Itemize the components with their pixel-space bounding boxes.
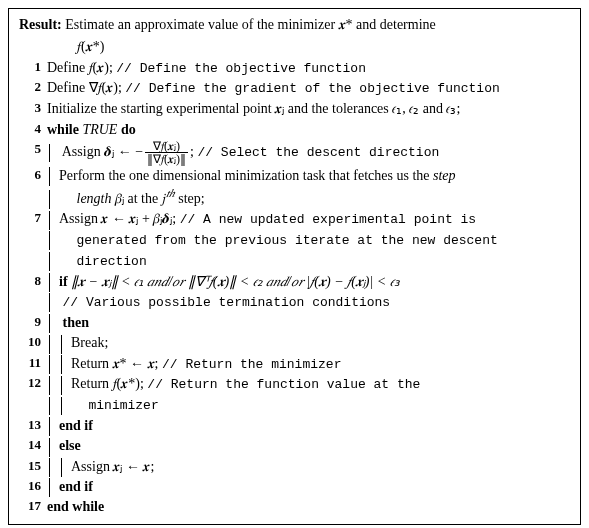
- line-body-c: step;: [175, 191, 205, 206]
- step-italic-1: step: [433, 168, 456, 183]
- line-body: Return 𝒙* ← 𝒙;: [71, 356, 159, 371]
- result-text-1: Estimate an approximate value of the min…: [65, 17, 435, 32]
- indent-bar: [49, 144, 50, 163]
- algo-line-2: 2 Define ∇𝑓(𝒙); // Define the gradient o…: [19, 78, 570, 99]
- line-number: 11: [19, 354, 47, 373]
- line-body: Define ∇𝑓(𝒙);: [47, 80, 122, 95]
- algo-line-13: 13 end if: [19, 416, 570, 436]
- line-body-a: Perform the one dimensional minimization…: [59, 168, 433, 183]
- line-number: 16: [19, 477, 47, 496]
- result-label: Result:: [19, 17, 62, 32]
- indent-bar: [49, 335, 50, 354]
- line-comment: // Various possible termination conditio…: [63, 295, 391, 310]
- indent-bar: [49, 376, 50, 395]
- indent-bar: [49, 438, 50, 457]
- line-number: 2: [19, 78, 47, 97]
- algo-line-1: 1 Define 𝑓(𝒙); // Define the objective f…: [19, 58, 570, 79]
- line-comment: // Define the objective function: [116, 61, 366, 76]
- line-body: Initialize the starting experimental poi…: [47, 99, 570, 119]
- line-number: 12: [19, 374, 47, 393]
- line-comment-a: // Return the function value at the: [147, 377, 420, 392]
- keyword-while: while: [47, 122, 79, 137]
- line-comment: // Define the gradient of the objective …: [125, 81, 499, 96]
- line-number: 13: [19, 416, 47, 435]
- indent-bar: [49, 211, 50, 230]
- line-number: 7: [19, 209, 47, 228]
- line-number: 6: [19, 166, 47, 185]
- algo-line-4: 4 while TRUE do: [19, 120, 570, 140]
- fraction: ∇𝑓(𝒙ⱼ)‖∇𝑓(𝒙ⱼ)‖: [145, 140, 188, 166]
- algo-line-6: 6 Perform the one dimensional minimizati…: [19, 166, 570, 209]
- line-body: Return 𝑓(𝒙*);: [71, 376, 144, 391]
- keyword-endif: end if: [59, 479, 93, 494]
- line-number: 14: [19, 436, 47, 455]
- line-number: 15: [19, 457, 47, 476]
- line-number: 9: [19, 313, 47, 332]
- indent-bar: [49, 417, 50, 436]
- if-condition: ‖𝒙 − 𝒙ⱼ‖ < 𝜖₁ 𝑎𝑛𝑑/𝑜𝑟 ‖∇ᵀ𝑓(𝒙)‖ < 𝜖₂ 𝑎𝑛𝑑/𝑜…: [71, 274, 400, 289]
- line-body: Define 𝑓(𝒙);: [47, 60, 113, 75]
- line-number: 4: [19, 120, 47, 139]
- line-comment-c: direction: [77, 254, 147, 269]
- line-number: 10: [19, 333, 47, 352]
- line-body: Assign 𝒙 ← 𝒙ⱼ + 𝛽ⱼ𝜹ⱼ;: [59, 211, 176, 226]
- algo-line-7: 7 Assign 𝒙 ← 𝒙ⱼ + 𝛽ⱼ𝜹ⱼ; // A new updated…: [19, 209, 570, 272]
- indent-bar: [61, 458, 62, 477]
- fraction-num: ∇𝑓(𝒙ⱼ): [145, 140, 188, 154]
- keyword-do: do: [121, 122, 136, 137]
- line-comment-b: generated from the previous iterate at t…: [77, 233, 498, 248]
- algo-line-17: 17 end while: [19, 497, 570, 517]
- algo-line-15: 15 Assign 𝒙ⱼ ← 𝒙;: [19, 457, 570, 477]
- algo-line-8: 8 if ‖𝒙 − 𝒙ⱼ‖ < 𝜖₁ 𝑎𝑛𝑑/𝑜𝑟 ‖∇ᵀ𝑓(𝒙)‖ < 𝜖₂ …: [19, 272, 570, 313]
- while-condition: TRUE: [82, 122, 117, 137]
- algo-line-5: 5 Assign 𝜹ⱼ ← −∇𝑓(𝒙ⱼ)‖∇𝑓(𝒙ⱼ)‖; // Select…: [19, 140, 570, 166]
- indent-bar: [49, 273, 50, 292]
- indent-bar: [49, 355, 50, 374]
- keyword-endwhile: end while: [47, 499, 104, 514]
- indent-bar: [49, 397, 50, 416]
- indent-bar: [49, 252, 50, 271]
- keyword-if: if: [59, 274, 68, 289]
- line-number: 5: [19, 140, 47, 159]
- keyword-endif: end if: [59, 418, 93, 433]
- indent-bar: [61, 397, 62, 416]
- indent-bar: [49, 314, 50, 333]
- line-comment: // Select the descent direction: [197, 145, 439, 160]
- algo-line-3: 3 Initialize the starting experimental p…: [19, 99, 570, 119]
- algo-line-16: 16 end if: [19, 477, 570, 497]
- algorithm-box: Result: Estimate an approximate value of…: [8, 8, 581, 525]
- indent-bar: [61, 355, 62, 374]
- line-body: Perform the one dimensional minimization…: [47, 168, 570, 209]
- line-number: 3: [19, 99, 47, 118]
- indent-bar: [61, 376, 62, 395]
- indent-bar: [49, 478, 50, 497]
- line-number: 1: [19, 58, 47, 77]
- line-number: 8: [19, 272, 47, 291]
- result-text-2: 𝑓(𝒙*): [19, 37, 570, 57]
- line-body-a: Assign 𝜹ⱼ ← −: [62, 144, 143, 159]
- keyword-then: then: [63, 315, 89, 330]
- algo-line-11: 11 Return 𝒙* ← 𝒙; // Return the minimize…: [19, 354, 570, 375]
- algo-line-14: 14 else: [19, 436, 570, 456]
- result-line: Result: Estimate an approximate value of…: [19, 15, 570, 35]
- jth-sup: 𝑡ℎ: [166, 187, 175, 200]
- indent-bar: [49, 293, 50, 312]
- algo-line-10: 10 Break;: [19, 333, 570, 353]
- step-italic-2: length: [77, 191, 112, 206]
- algo-line-12: 12 Return 𝑓(𝒙*); // Return the function …: [19, 374, 570, 416]
- line-comment: // Return the minimizer: [162, 357, 341, 372]
- line-body: Break;: [71, 335, 108, 350]
- line-comment-b: minimizer: [89, 398, 159, 413]
- line-body-b: ;: [190, 144, 194, 159]
- algo-line-9: 9 then: [19, 313, 570, 333]
- indent-bar: [49, 458, 50, 477]
- indent-bar: [49, 190, 50, 209]
- indent-bar: [49, 231, 50, 250]
- line-comment-a: // A new updated experimental point is: [180, 212, 476, 227]
- indent-bar: [49, 167, 50, 186]
- fraction-den: ‖∇𝑓(𝒙ⱼ)‖: [145, 153, 188, 166]
- line-number: 17: [19, 497, 47, 516]
- line-body-b: 𝛽ⱼ at the 𝑗: [112, 191, 166, 206]
- indent-bar: [61, 335, 62, 354]
- keyword-else: else: [59, 438, 81, 453]
